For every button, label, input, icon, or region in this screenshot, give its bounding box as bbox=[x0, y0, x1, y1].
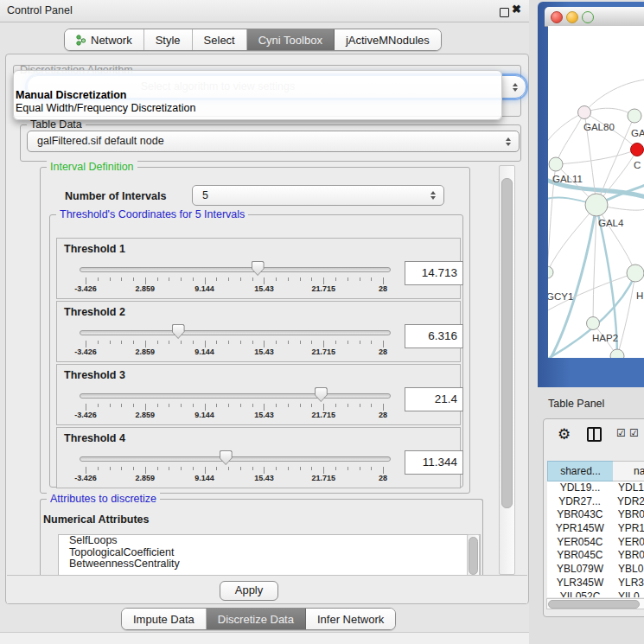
table-row[interactable]: YER054CYER0 bbox=[547, 536, 644, 550]
HAP2-node[interactable] bbox=[587, 317, 600, 330]
tab-jactivemnodules[interactable]: jActiveMNodules bbox=[335, 29, 441, 50]
red-node[interactable] bbox=[631, 143, 644, 156]
network-edge[interactable] bbox=[556, 150, 637, 164]
attributes-list-scrollbar[interactable] bbox=[467, 534, 480, 578]
GAL4-node[interactable] bbox=[585, 194, 608, 216]
number-of-intervals-combobox[interactable]: 5 bbox=[192, 185, 444, 206]
attribute-list-item[interactable]: TopologicalCoefficient bbox=[59, 547, 480, 559]
threshold-slider-thumb[interactable] bbox=[220, 450, 233, 465]
tab-discretize-data[interactable]: Discretize Data bbox=[207, 609, 306, 629]
node[interactable] bbox=[627, 265, 644, 282]
table-row[interactable]: YLR345WYLR3 bbox=[547, 577, 644, 590]
threshold-value-field[interactable]: 21.4 bbox=[405, 387, 463, 411]
gear-icon[interactable]: ⚙ bbox=[558, 425, 571, 443]
network-edge[interactable] bbox=[550, 205, 596, 358]
tab-impute-data[interactable]: Impute Data bbox=[122, 609, 207, 629]
tab-select-label: Select bbox=[204, 34, 235, 47]
network-edge[interactable] bbox=[548, 275, 635, 358]
slider-ticks bbox=[86, 341, 383, 348]
threshold-slider-track[interactable] bbox=[80, 456, 391, 462]
threshold-value-field[interactable]: 14.713 bbox=[405, 261, 463, 285]
threshold-slider-track[interactable] bbox=[80, 393, 391, 399]
dropdown-item-manual-discretization[interactable]: Manual Discretization bbox=[16, 89, 127, 101]
attribute-list-item[interactable]: BetweennessCentrality bbox=[59, 558, 480, 571]
slider-tick bbox=[383, 277, 384, 284]
GCY1-node[interactable] bbox=[548, 266, 553, 278]
column-header-shared-name[interactable]: shared... bbox=[547, 461, 614, 481]
tab-style[interactable]: Style bbox=[144, 29, 193, 50]
checkbox-icon[interactable]: ☑ bbox=[629, 427, 639, 439]
cell-name: YPR1 bbox=[613, 522, 644, 536]
slider-tick bbox=[348, 277, 348, 281]
table-row[interactable]: YBL079WYBL0 bbox=[547, 563, 644, 577]
close-icon[interactable]: ✖ bbox=[512, 3, 521, 16]
slider-tick-label: 21.715 bbox=[311, 411, 335, 419]
GAL11-node[interactable] bbox=[549, 157, 563, 171]
table-row[interactable]: YDR27...YDR2 bbox=[547, 495, 644, 509]
threshold-slider-track[interactable] bbox=[80, 330, 391, 335]
table-row[interactable]: YBR043CYBR0 bbox=[547, 508, 644, 522]
zoom-traffic-light-icon[interactable] bbox=[582, 11, 594, 23]
dropdown-item-equal-width-frequency[interactable]: Equal Width/Frequency Discretization bbox=[16, 102, 195, 114]
network-edge[interactable] bbox=[548, 112, 584, 143]
threshold-slider-thumb[interactable] bbox=[252, 261, 265, 276]
column-layout-icon[interactable] bbox=[587, 427, 602, 442]
table-row[interactable]: YIL052CYIL0 bbox=[547, 590, 644, 598]
network-edge[interactable] bbox=[584, 108, 634, 116]
network-window-titlebar[interactable] bbox=[545, 7, 644, 27]
tab-network[interactable]: Network bbox=[65, 29, 144, 50]
slider-tick bbox=[216, 341, 217, 344]
control-panel-titlebar: Control Panel ✖ bbox=[0, 0, 536, 22]
slider-tick bbox=[252, 467, 253, 470]
table-rows-container: YDL19...YDL1YDR27...YDR2YBR043CYBR0YPR14… bbox=[547, 481, 644, 597]
slider-tick-label: 15.43 bbox=[254, 284, 274, 293]
panel-scrollbar[interactable] bbox=[499, 165, 515, 575]
slider-tick bbox=[181, 277, 182, 281]
slider-tick-label: 2.859 bbox=[136, 411, 156, 419]
node[interactable] bbox=[610, 349, 624, 358]
network-view-window[interactable]: GAL80GACGAL11GAL4GCY1HHAP2 bbox=[538, 2, 644, 387]
cell-name: YER0 bbox=[613, 536, 644, 550]
node[interactable] bbox=[628, 109, 641, 123]
numerical-attributes-list[interactable]: SelfLoopsTopologicalCoefficientBetweenne… bbox=[58, 534, 481, 578]
float-window-icon[interactable] bbox=[500, 8, 509, 17]
network-edge[interactable] bbox=[617, 273, 635, 356]
table-horizontal-scrollbar[interactable] bbox=[546, 598, 644, 609]
tab-style-label: Style bbox=[156, 34, 181, 47]
tab-cyni-toolbox[interactable]: Cyni Toolbox bbox=[247, 29, 335, 50]
threshold-slider-track[interactable] bbox=[80, 267, 391, 272]
table-row[interactable]: YDL19...YDL1 bbox=[547, 481, 644, 495]
network-canvas[interactable]: GAL80GACGAL11GAL4GCY1HHAP2 bbox=[548, 26, 644, 358]
table-panel-title: Table Panel bbox=[548, 398, 604, 410]
threshold-value-field[interactable]: 6.316 bbox=[405, 324, 463, 348]
threshold-slider-thumb[interactable] bbox=[315, 387, 328, 402]
panel-scrollbar-thumb[interactable] bbox=[501, 178, 513, 508]
column-header-name[interactable]: na bbox=[613, 461, 644, 481]
slider-tick bbox=[288, 341, 289, 344]
slider-tick-label: -3.426 bbox=[74, 411, 97, 419]
network-edge[interactable] bbox=[584, 80, 644, 112]
tab-infer-network[interactable]: Infer Network bbox=[306, 609, 395, 629]
checkbox-icon[interactable]: ☑ bbox=[616, 427, 626, 439]
GAL80-node[interactable] bbox=[578, 106, 591, 119]
slider-tick bbox=[121, 404, 122, 407]
number-of-intervals-value: 5 bbox=[202, 189, 208, 201]
table-row[interactable]: YBR045CYBR0 bbox=[547, 549, 644, 563]
network-edge[interactable] bbox=[596, 205, 635, 273]
threshold-value-field[interactable]: 11.344 bbox=[405, 450, 463, 475]
threshold-slider-thumb[interactable] bbox=[172, 324, 185, 339]
slider-tick-label: 28 bbox=[379, 348, 387, 356]
slider-tick bbox=[276, 277, 277, 281]
apply-button[interactable]: Apply bbox=[220, 581, 278, 601]
table-horizontal-scrollbar-thumb[interactable] bbox=[548, 600, 640, 609]
tab-select[interactable]: Select bbox=[193, 29, 247, 50]
slider-tick bbox=[348, 467, 348, 470]
attribute-list-item[interactable]: SelfLoops bbox=[59, 535, 480, 547]
slider-tick bbox=[157, 404, 158, 407]
attributes-list-scrollbar-thumb[interactable] bbox=[469, 537, 478, 575]
minimize-traffic-light-icon[interactable] bbox=[566, 11, 578, 23]
cell-name: YLR3 bbox=[613, 577, 644, 590]
close-traffic-light-icon[interactable] bbox=[551, 11, 563, 23]
table-row[interactable]: YPR145WYPR1 bbox=[547, 522, 644, 536]
table-data-combobox[interactable]: galFiltered.sif default node bbox=[27, 131, 520, 152]
